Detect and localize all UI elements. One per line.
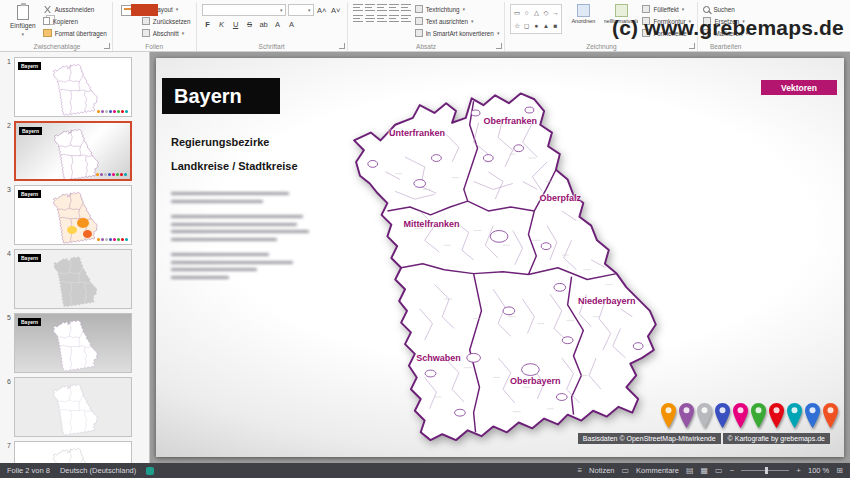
powerpoint-window: Einfügen ▾ Ausschneiden Kopieren Format … [0, 0, 850, 478]
justify-icon[interactable] [389, 15, 399, 23]
mini-pin-dots [96, 173, 127, 176]
align-text-button[interactable]: Text ausrichten▾ [415, 16, 500, 26]
slide-sorter-view-icon[interactable]: ▦ [701, 466, 709, 475]
indent-increase-icon[interactable] [389, 4, 399, 12]
slide-thumbnail-2-selected[interactable]: 2 Bayern [2, 121, 145, 181]
language-indicator[interactable]: Deutsch (Deutschland) [60, 466, 136, 475]
columns-icon[interactable] [401, 15, 411, 23]
reset-icon [142, 17, 150, 25]
slide-thumbnail-3[interactable]: 3 Bayern [2, 185, 145, 245]
indent-decrease-icon[interactable] [377, 4, 387, 12]
font-style-button[interactable]: A [286, 19, 298, 30]
slide-title-box[interactable]: Bayern [162, 78, 280, 114]
shrink-font-button[interactable]: A˅ [330, 5, 342, 16]
current-slide[interactable]: Bayern Regierungsbezirke Landkreise / St… [156, 58, 844, 457]
font-style-button[interactable]: K [216, 19, 228, 30]
group-label-paragraph: Absatz [348, 43, 505, 50]
scissors-icon [43, 5, 52, 14]
font-name-select[interactable]: ▾ [202, 4, 286, 16]
map-pin-icon[interactable] [787, 403, 802, 428]
align-right-icon[interactable] [377, 15, 387, 23]
zoom-in-icon[interactable]: + [796, 466, 801, 475]
vektoren-badge[interactable]: Vektoren [761, 80, 837, 95]
slide-thumbnail-panel: 1 Bayern 2 Bayern 3 Bayern [0, 52, 150, 463]
font-style-button[interactable]: A [272, 19, 284, 30]
dropdown-arrow-icon: ▾ [682, 6, 685, 12]
align-left-icon[interactable] [353, 15, 363, 23]
shapes-gallery[interactable]: ▭○△◇→ ☆◻●▲■ [510, 4, 562, 34]
dialog-launcher-icon[interactable] [496, 43, 502, 49]
font-size-select[interactable]: ▾ [288, 4, 314, 16]
font-style-button[interactable]: U [230, 19, 242, 30]
map-pin-icon[interactable] [733, 403, 748, 428]
map-pin-icon[interactable] [697, 403, 712, 428]
ribbon-group-paragraph: Textrichtung▾ Text ausrichten▾ In SmartA… [348, 2, 506, 51]
format-painter-button[interactable]: Format übertragen [43, 28, 107, 38]
text-direction-button[interactable]: Textrichtung▾ [415, 4, 500, 14]
zoom-level[interactable]: 100 % [808, 466, 829, 475]
font-style-buttons: FKUSabAA [202, 19, 342, 30]
arrange-button[interactable]: Anordnen [566, 4, 600, 24]
dialog-launcher-icon[interactable] [689, 43, 695, 49]
font-style-button[interactable]: S [244, 19, 256, 30]
thumbnail-number: 4 [2, 249, 11, 309]
notes-toggle[interactable]: Notizen [589, 466, 614, 475]
mini-title: Bayern [19, 127, 42, 135]
map-pins[interactable] [661, 403, 838, 428]
thumbnail-number: 6 [2, 377, 11, 437]
slide-counter[interactable]: Folie 2 von 8 [7, 466, 50, 475]
slide-thumbnail-7[interactable]: 7 [2, 441, 145, 463]
slide-thumbnail-5[interactable]: 5 Bayern [2, 313, 145, 373]
map-pin-icon[interactable] [715, 403, 730, 428]
blurred-paragraph[interactable] [171, 192, 326, 283]
comments-toggle[interactable]: Kommentare [636, 466, 679, 475]
copy-button[interactable]: Kopieren [43, 16, 107, 26]
accessibility-icon[interactable] [146, 467, 154, 475]
map-pin-icon[interactable] [679, 403, 694, 428]
normal-view-icon[interactable]: ▤ [686, 466, 694, 475]
map-pin-icon[interactable] [823, 403, 838, 428]
slide-thumbnail-6[interactable]: 6 [2, 377, 145, 437]
zoom-out-icon[interactable]: − [730, 466, 735, 475]
slide-thumbnail-1[interactable]: 1 Bayern [2, 57, 145, 117]
align-center-icon[interactable] [365, 15, 375, 23]
mini-bavaria-map [45, 444, 105, 463]
slide-subtitle-2[interactable]: Landkreise / Stadtkreise [171, 160, 298, 172]
bavaria-map-object[interactable]: Unterfranken Oberfranken Oberpfalz Mitte… [324, 64, 682, 446]
font-style-button[interactable]: ab [258, 19, 270, 30]
find-button[interactable]: Suchen [703, 4, 748, 14]
bullets-icon[interactable] [353, 4, 363, 12]
mini-bavaria-map [45, 60, 105, 116]
thumbnail-number: 2 [2, 121, 11, 181]
region-label-oberpfalz: Oberpfalz [540, 193, 582, 203]
reset-button[interactable]: Zurücksetzen [142, 16, 191, 26]
numbering-icon[interactable] [365, 4, 375, 12]
dialog-launcher-icon[interactable] [339, 43, 345, 49]
dropdown-arrow-icon: ▾ [308, 7, 311, 13]
font-style-button[interactable]: F [202, 19, 214, 30]
line-spacing-icon[interactable] [401, 4, 411, 12]
smartart-button[interactable]: In SmartArt konvertieren▾ [415, 28, 500, 38]
map-pin-icon[interactable] [805, 403, 820, 428]
zoom-slider[interactable] [741, 470, 789, 471]
paste-button[interactable]: Einfügen ▾ [7, 4, 39, 38]
map-pin-icon[interactable] [751, 403, 766, 428]
dialog-launcher-icon[interactable] [104, 43, 110, 49]
grow-font-button[interactable]: A˄ [316, 5, 328, 16]
fit-to-window-icon[interactable]: ⊞ [836, 466, 843, 475]
notes-icon: ≡ [577, 466, 582, 475]
slideshow-view-icon[interactable]: ▭ [715, 466, 723, 475]
map-pin-icon[interactable] [769, 403, 784, 428]
section-button[interactable]: Abschnitt▾ [142, 28, 191, 38]
cut-button[interactable]: Ausschneiden [43, 4, 107, 14]
search-icon [703, 6, 710, 13]
slide-thumbnail-4[interactable]: 4 Bayern [2, 249, 145, 309]
clipboard-icon [17, 5, 29, 20]
mini-pin-dots [97, 110, 128, 113]
mini-bavaria-map [45, 252, 105, 308]
map-attribution: Basisdaten © OpenStreetMap-Mitwirkende ©… [578, 433, 830, 444]
slide-subtitle-1[interactable]: Regierungsbezirke [171, 136, 269, 148]
thumbnail-number: 3 [2, 185, 11, 245]
shape-fill-button[interactable]: Fülleffekt▾ [642, 4, 692, 14]
map-pin-icon[interactable] [661, 403, 676, 428]
